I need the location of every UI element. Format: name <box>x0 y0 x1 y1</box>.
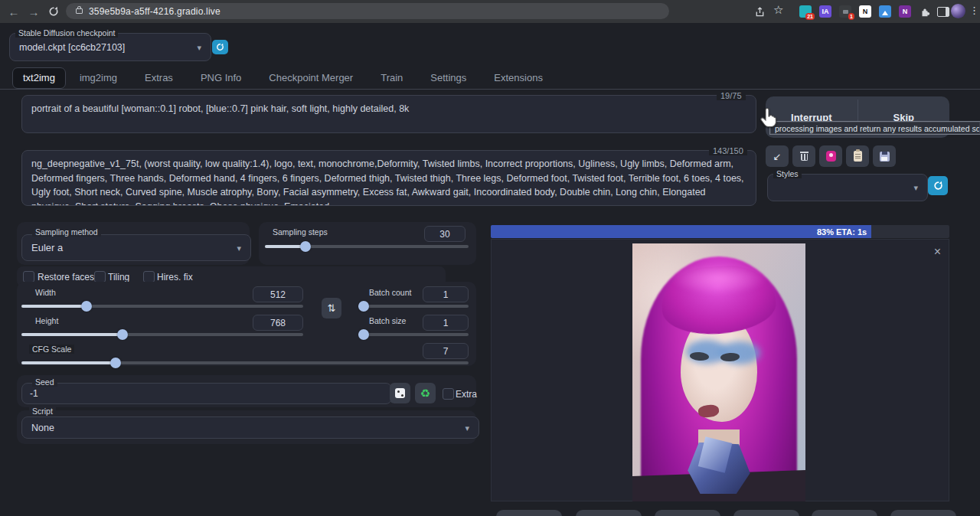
gallery-action-button[interactable] <box>812 510 877 516</box>
clear-prompt-button[interactable] <box>792 145 815 167</box>
browser-menu-icon[interactable]: ⋮ <box>969 5 979 16</box>
height-input[interactable]: 768 <box>253 315 303 331</box>
checkpoint-refresh-button[interactable] <box>212 40 228 54</box>
seed-input[interactable]: -1 <box>21 383 392 404</box>
mountain-glyph <box>882 11 888 15</box>
browser-toolbar: ← → 359e5b9a-a5ff-4216.gradio.live ☆ 21 … <box>0 0 980 23</box>
extra-networks-button[interactable] <box>819 145 842 167</box>
progress-fill: 83% ETA: 1s <box>491 225 871 238</box>
progress-bar: 83% ETA: 1s <box>491 225 949 238</box>
refresh-icon <box>933 181 943 191</box>
batch-count-input[interactable]: 1 <box>423 286 469 302</box>
tab-extras[interactable]: Extras <box>131 67 187 89</box>
slider-handle[interactable] <box>358 329 369 340</box>
tab-checkpoint-merger[interactable]: Checkpoint Merger <box>255 67 367 89</box>
slider-handle[interactable] <box>117 329 128 340</box>
paste-params-button[interactable]: ↙ <box>766 145 789 167</box>
gallery-action-button[interactable] <box>733 510 799 516</box>
hires-fix-label: Hires. fix <box>157 272 193 282</box>
side-panel-icon[interactable] <box>934 2 952 21</box>
mouse-cursor-pointer <box>758 107 778 133</box>
save-icon <box>880 152 890 162</box>
sampling-method-dropdown[interactable]: Euler a ▾ <box>21 234 251 261</box>
chevron-down-icon: ▾ <box>913 183 918 193</box>
close-icon[interactable]: × <box>934 246 941 258</box>
extension-badge: 21 <box>805 13 815 20</box>
seed-label: Seed <box>32 377 57 387</box>
progress-text: 83% ETA: 1s <box>817 227 871 237</box>
output-gallery: × <box>491 239 949 501</box>
slider-handle[interactable] <box>300 241 311 252</box>
clipboard-icon <box>854 151 862 162</box>
url-text: 359e5b9a-a5ff-4216.gradio.live <box>89 6 220 17</box>
main-tabs: txt2img img2img Extras PNG Info Checkpoi… <box>12 67 557 89</box>
checkpoint-value: model.ckpt [cc6cb27103] <box>19 42 125 53</box>
tab-extensions[interactable]: Extensions <box>480 67 557 89</box>
url-bar[interactable]: 359e5b9a-a5ff-4216.gradio.live <box>66 3 669 19</box>
extensions-puzzle-icon[interactable] <box>916 2 934 21</box>
refresh-icon <box>216 43 224 51</box>
slider-handle[interactable] <box>81 301 92 312</box>
tab-settings[interactable]: Settings <box>416 67 480 89</box>
hires-fix-checkbox[interactable] <box>143 271 155 282</box>
extension-image-icon[interactable] <box>879 5 891 18</box>
gallery-action-button[interactable] <box>576 510 642 516</box>
side-panel-fill <box>946 8 949 16</box>
slider-handle[interactable] <box>110 358 121 368</box>
restore-faces-checkbox[interactable] <box>23 271 34 282</box>
extension-teal-icon[interactable]: 21 <box>799 5 812 18</box>
app-root: ← → 359e5b9a-a5ff-4216.gradio.live ☆ 21 … <box>0 0 980 516</box>
batch-size-label: Batch size <box>366 316 409 325</box>
share-icon[interactable] <box>750 2 769 21</box>
tab-divider <box>0 89 980 90</box>
chevron-down-icon: ▾ <box>237 243 241 253</box>
gallery-action-button[interactable] <box>496 510 562 516</box>
extension-notion-icon[interactable]: N <box>859 5 871 18</box>
width-slider[interactable] <box>21 301 303 312</box>
sampling-steps-slider[interactable] <box>265 241 469 252</box>
browser-back-icon[interactable]: ← <box>5 2 23 21</box>
tab-img2img[interactable]: img2img <box>66 67 131 89</box>
tab-txt2img[interactable]: txt2img <box>12 67 66 89</box>
extension-ia-icon[interactable]: IA <box>819 5 831 18</box>
styles-refresh-button[interactable] <box>928 176 948 195</box>
batch-count-slider[interactable] <box>358 301 469 312</box>
extension-onenote-icon[interactable]: N <box>899 5 911 18</box>
cfg-scale-label: CFG Scale <box>29 345 74 354</box>
browser-refresh-icon[interactable] <box>44 2 63 21</box>
prompt-textarea[interactable]: portrait of a beautiful [woman::0.1] rob… <box>21 95 756 133</box>
apply-styles-button[interactable] <box>846 145 869 167</box>
gallery-action-button[interactable] <box>890 510 956 516</box>
height-slider[interactable] <box>21 329 303 340</box>
seed-extra-checkbox[interactable] <box>443 388 454 400</box>
sampling-steps-input[interactable]: 30 <box>424 226 466 242</box>
trash-icon <box>800 152 808 161</box>
styles-label: Styles <box>773 169 802 178</box>
profile-avatar[interactable] <box>951 4 965 18</box>
tiling-checkbox[interactable] <box>94 271 106 282</box>
cfg-scale-input[interactable]: 7 <box>423 343 469 359</box>
extension-camera-icon[interactable]: 1 <box>839 5 851 18</box>
tab-png-info[interactable]: PNG Info <box>187 67 255 89</box>
gallery-action-button[interactable] <box>655 510 720 516</box>
reuse-seed-button[interactable]: ♻ <box>415 383 436 403</box>
negative-prompt-textarea[interactable]: ng_deepnegative_v1_75t, (worst quality, … <box>21 150 756 206</box>
height-label: Height <box>32 316 61 325</box>
cfg-scale-slider[interactable] <box>21 358 469 368</box>
batch-size-slider[interactable] <box>358 329 469 340</box>
lock-icon <box>76 8 83 14</box>
slider-handle[interactable] <box>358 301 369 312</box>
script-dropdown[interactable]: None ▾ <box>21 416 479 439</box>
save-style-button[interactable] <box>873 145 896 167</box>
random-seed-button[interactable] <box>390 383 410 403</box>
batch-count-label: Batch count <box>366 288 414 297</box>
bookmark-star-icon[interactable]: ☆ <box>773 3 783 17</box>
tab-train[interactable]: Train <box>367 67 416 89</box>
extension-badge: 1 <box>848 13 854 20</box>
generated-image[interactable] <box>632 243 805 501</box>
width-input[interactable]: 512 <box>253 286 303 302</box>
negative-token-counter: 143/150 <box>709 146 747 155</box>
swap-dimensions-button[interactable]: ⇅ <box>322 298 341 318</box>
browser-forward-icon[interactable]: → <box>24 2 43 21</box>
batch-size-input[interactable]: 1 <box>423 315 469 331</box>
